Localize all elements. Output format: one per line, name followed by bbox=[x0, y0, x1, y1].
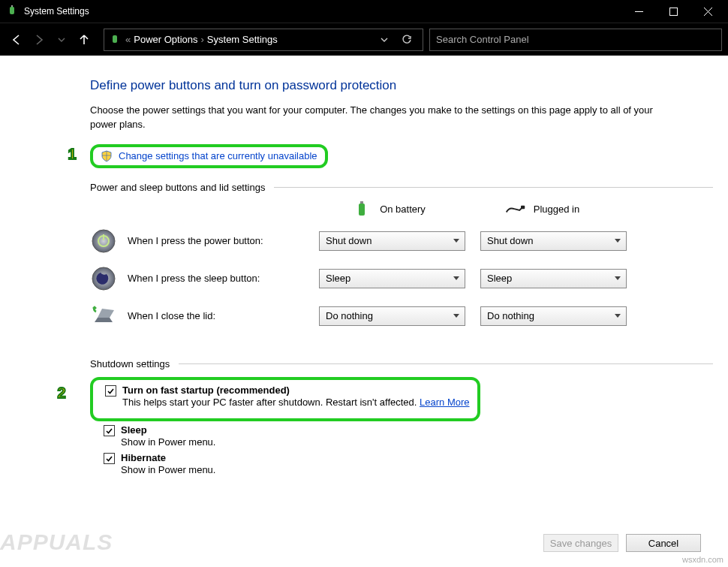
row-label: When I press the sleep button: bbox=[128, 273, 260, 284]
close-button[interactable] bbox=[690, 0, 725, 23]
watermark-right: wsxdn.com bbox=[682, 555, 723, 564]
content-area: Define power buttons and turn on passwor… bbox=[0, 56, 728, 513]
power-buttons-group: Power and sleep buttons and lid settings… bbox=[90, 182, 713, 340]
hibernate-desc: Show in Power menu. bbox=[121, 464, 215, 475]
hibernate-title: Hibernate bbox=[121, 452, 215, 463]
change-unavailable-settings-link[interactable]: Change settings that are currently unava… bbox=[119, 150, 317, 161]
plug-icon bbox=[505, 201, 526, 219]
row-label: When I close the lid: bbox=[128, 310, 215, 321]
learn-more-link[interactable]: Learn More bbox=[420, 397, 469, 408]
titlebar: System Settings bbox=[0, 0, 728, 23]
address-dropdown-button[interactable] bbox=[373, 29, 396, 50]
watermark-left: APPUALS bbox=[0, 529, 113, 555]
power-options-icon bbox=[109, 34, 121, 46]
svg-rect-1 bbox=[11, 5, 13, 7]
maximize-button[interactable] bbox=[656, 0, 690, 23]
breadcrumb-item[interactable]: Power Options bbox=[134, 34, 197, 45]
breadcrumb-item[interactable]: System Settings bbox=[207, 34, 278, 45]
svg-rect-6 bbox=[113, 35, 117, 43]
lid-battery-select[interactable]: Do nothing bbox=[319, 306, 465, 326]
back-button[interactable] bbox=[6, 29, 27, 50]
battery-icon bbox=[351, 201, 372, 219]
sleep-desc: Show in Power menu. bbox=[121, 436, 215, 448]
fast-startup-desc: This helps start your PC faster after sh… bbox=[122, 397, 420, 408]
annotation-badge-1: 1 bbox=[62, 144, 83, 165]
app-icon bbox=[6, 5, 18, 17]
svg-rect-3 bbox=[669, 8, 677, 15]
history-dropdown-button[interactable] bbox=[51, 29, 72, 50]
cancel-button[interactable]: Cancel bbox=[626, 534, 701, 552]
svg-rect-8 bbox=[360, 201, 363, 204]
shutdown-settings-group: Shutdown settings 2 Turn on fast startup… bbox=[90, 358, 713, 480]
col-plugged-in: Plugged in bbox=[465, 201, 619, 219]
svg-rect-9 bbox=[521, 205, 525, 208]
power-button-plugged-select[interactable]: Shut down bbox=[480, 231, 627, 251]
window-title: System Settings bbox=[24, 6, 621, 17]
row-power-button: When I press the power button: Shut down… bbox=[90, 228, 713, 255]
hibernate-checkbox[interactable] bbox=[104, 453, 115, 464]
forward-button[interactable] bbox=[29, 29, 50, 50]
minimize-button[interactable] bbox=[621, 0, 656, 23]
svg-rect-0 bbox=[10, 7, 14, 14]
search-placeholder: Search Control Panel bbox=[436, 34, 529, 45]
lid-plugged-select[interactable]: Do nothing bbox=[480, 306, 627, 326]
svg-point-10 bbox=[92, 230, 115, 252]
row-close-lid: When I close the lid: Do nothing Do noth… bbox=[90, 303, 713, 330]
laptop-lid-icon bbox=[90, 303, 117, 330]
navbar: « Power Options › System Settings Search… bbox=[0, 23, 728, 56]
row-sleep-button: When I press the sleep button: Sleep Sle… bbox=[90, 265, 713, 292]
sleep-button-battery-select[interactable]: Sleep bbox=[319, 269, 465, 288]
chevron-right-icon: › bbox=[201, 34, 204, 45]
sleep-button-icon bbox=[90, 265, 117, 292]
address-bar[interactable]: « Power Options › System Settings bbox=[104, 29, 423, 51]
breadcrumb: « Power Options › System Settings bbox=[125, 34, 278, 45]
fast-startup-title: Turn on fast startup (recommended) bbox=[122, 385, 470, 396]
annotation-highlight-2: Turn on fast startup (recommended) This … bbox=[90, 377, 480, 421]
chevron-left-icon: « bbox=[125, 34, 131, 45]
up-button[interactable] bbox=[74, 29, 95, 50]
footer-buttons: Save changes Cancel bbox=[543, 534, 701, 552]
power-button-battery-select[interactable]: Shut down bbox=[319, 231, 465, 251]
annotation-highlight-1: Change settings that are currently unava… bbox=[90, 144, 328, 168]
group-legend: Shutdown settings bbox=[90, 358, 179, 369]
group-legend: Power and sleep buttons and lid settings bbox=[90, 182, 274, 193]
col-on-battery: On battery bbox=[311, 201, 465, 219]
power-button-icon bbox=[90, 228, 117, 255]
row-label: When I press the power button: bbox=[128, 235, 263, 246]
sleep-title: Sleep bbox=[121, 424, 215, 436]
shield-icon bbox=[101, 150, 113, 162]
save-button[interactable]: Save changes bbox=[543, 534, 618, 552]
search-input[interactable]: Search Control Panel bbox=[429, 29, 722, 51]
sleep-checkbox[interactable] bbox=[104, 425, 115, 436]
sleep-button-plugged-select[interactable]: Sleep bbox=[480, 269, 627, 288]
page-heading: Define power buttons and turn on passwor… bbox=[90, 78, 713, 93]
svg-rect-7 bbox=[359, 204, 365, 216]
fast-startup-checkbox[interactable] bbox=[105, 385, 116, 397]
refresh-button[interactable] bbox=[396, 29, 418, 50]
intro-text: Choose the power settings that you want … bbox=[90, 104, 660, 132]
annotation-badge-2: 2 bbox=[51, 383, 72, 404]
